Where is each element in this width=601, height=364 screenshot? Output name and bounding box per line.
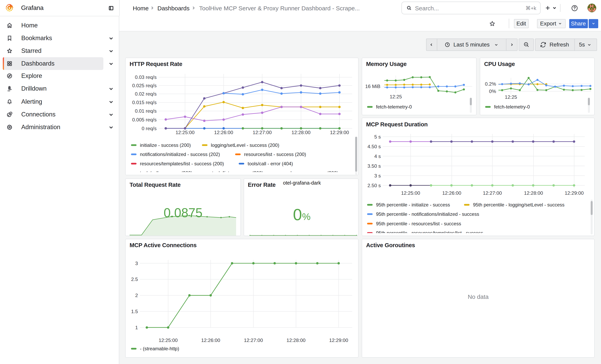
svg-text:1.5: 1.5 (131, 309, 138, 314)
svg-text:logging/setLevel - success (20: logging/setLevel - success (200) (211, 142, 279, 148)
svg-text:tools/call - error (404): tools/call - error (404) (248, 161, 293, 166)
svg-text:3.50 s: 3.50 s (368, 163, 381, 169)
svg-text:5 s: 5 s (374, 134, 381, 139)
svg-text:95th percentile - initialize -: 95th percentile - initialize - success (376, 202, 450, 207)
svg-text:0%: 0% (489, 89, 496, 94)
svg-text:1: 1 (135, 325, 138, 330)
svg-text:12:28:00: 12:28:00 (287, 337, 306, 343)
svg-text:0.025 req/s: 0.025 req/s (132, 83, 157, 88)
svg-text:12:28:00: 12:28:00 (291, 129, 311, 135)
svg-text:initialize - success (200): initialize - success (200) (140, 142, 191, 148)
svg-text:2: 2 (135, 293, 138, 298)
svg-text:%: % (302, 211, 311, 222)
svg-text:12:25:00: 12:25:00 (401, 190, 420, 196)
svg-text:0.03 req/s: 0.03 req/s (135, 74, 157, 80)
svg-text:0 req/s: 0 req/s (142, 126, 157, 131)
svg-text:fetch-telemetry-0: fetch-telemetry-0 (494, 104, 530, 109)
svg-text:12:26:00: 12:26:00 (214, 129, 233, 135)
svg-text:95th percentile - notification: 95th percentile - notifications/initiali… (376, 211, 479, 217)
svg-text:95th percentile - resources/li: 95th percentile - resources/list - succe… (376, 221, 461, 226)
svg-text:0.01 req/s: 0.01 req/s (135, 108, 157, 113)
svg-text:16 MiB: 16 MiB (365, 83, 381, 89)
svg-text:0.015 req/s: 0.015 req/s (132, 99, 157, 105)
svg-text:resources/templates/list - suc: resources/templates/list - success (200) (140, 161, 224, 166)
svg-text:12:26:00: 12:26:00 (442, 190, 461, 196)
svg-text:12:28:00: 12:28:00 (524, 190, 543, 196)
svg-text:12:29:00: 12:29:00 (329, 337, 348, 343)
svg-text:otel-grafana-dark: otel-grafana-dark (283, 180, 321, 185)
svg-text:12:25:00: 12:25:00 (175, 129, 195, 135)
svg-text:2.50 s: 2.50 s (368, 183, 381, 188)
svg-text:notifications/initialized - su: notifications/initialized - success (202… (140, 151, 220, 157)
svg-text:12:25: 12:25 (390, 94, 402, 99)
svg-text:3 s: 3 s (374, 173, 381, 178)
svg-text:12:27:00: 12:27:00 (483, 190, 502, 196)
svg-text:0.005 req/s: 0.005 req/s (132, 117, 157, 122)
svg-text:4.50 s: 4.50 s (368, 144, 381, 149)
svg-text:3: 3 (135, 260, 138, 266)
svg-text:- (streamable-http): - (streamable-http) (140, 346, 179, 351)
svg-text:2.5: 2.5 (131, 276, 138, 282)
svg-text:12:25: 12:25 (505, 94, 517, 99)
svg-text:fetch-telemetry-0: fetch-telemetry-0 (376, 104, 412, 109)
svg-text:12:29:00: 12:29:00 (330, 129, 349, 135)
svg-text:0.2%: 0.2% (485, 81, 496, 87)
svg-text:12:25:00: 12:25:00 (159, 337, 178, 343)
svg-text:95th percentile - logging/setL: 95th percentile - logging/setLevel - suc… (473, 202, 564, 207)
svg-text:12:29:00: 12:29:00 (565, 190, 584, 196)
svg-text:resources/list - success (200): resources/list - success (200) (244, 151, 306, 157)
svg-text:12:27:00: 12:27:00 (253, 129, 272, 135)
svg-text:0: 0 (293, 205, 302, 223)
svg-text:0.02 req/s: 0.02 req/s (135, 91, 157, 96)
svg-text:0.0875: 0.0875 (164, 206, 202, 220)
svg-text:4 s: 4 s (374, 154, 381, 159)
svg-text:12:26:00: 12:26:00 (201, 337, 220, 343)
svg-text:12:27:00: 12:27:00 (244, 337, 263, 343)
